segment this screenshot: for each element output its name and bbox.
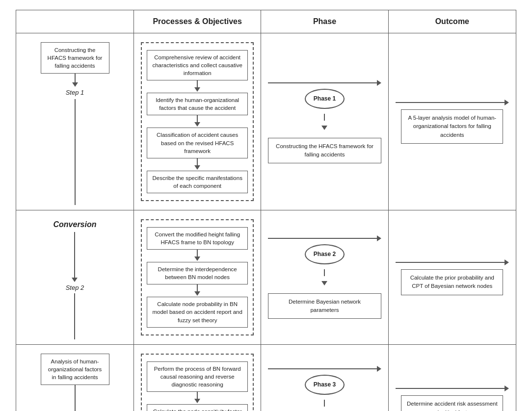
row1-outcome-arrow bbox=[396, 100, 509, 105]
row1-down-arrow bbox=[72, 82, 78, 87]
header-phase: Phase bbox=[261, 10, 388, 33]
row2-process-inner: Convert the modified height falling HFAC… bbox=[147, 227, 248, 328]
row2-proc-box2: Determine the interdependence between BN… bbox=[147, 262, 248, 284]
row3-phase-oval: Phase 3 bbox=[305, 375, 345, 395]
row1-phase-arrow-down bbox=[321, 126, 327, 130]
row3-left-inner: Analysis of human-organizational factors… bbox=[41, 350, 109, 411]
row2-outcome-arrow bbox=[396, 259, 509, 265]
row2-proc-arrow1 bbox=[194, 257, 200, 261]
header-outcome: Outcome bbox=[389, 10, 516, 33]
row3-outcome-col: Determine accident risk assessment and c… bbox=[389, 345, 516, 411]
row3-phase-inner: Phase 3 Perform Bayesian network reasoni… bbox=[268, 366, 381, 411]
row1-proc-arrow3 bbox=[194, 165, 200, 170]
row1-proc-box3: Classification of accident causes based … bbox=[147, 128, 248, 158]
row2: Conversion Step 2 Convert the modified h… bbox=[16, 210, 516, 345]
row1-proc-arrow1 bbox=[194, 87, 200, 92]
row2-phase-arrow-down bbox=[321, 281, 327, 285]
row2-phase-col: Phase 2 Determine Bayesian network param… bbox=[261, 210, 388, 344]
row3-outcome-arrow bbox=[396, 385, 509, 391]
row2-conversion-label: Conversion bbox=[53, 220, 96, 229]
diagram: Processes & Objectives Phase Outcome Con… bbox=[16, 10, 516, 411]
row3-outcome-box: Determine accident risk assessment and c… bbox=[401, 395, 503, 411]
row2-horiz-arrow bbox=[268, 235, 381, 241]
row1-phase-desc: Constructing the HFACS framework for fal… bbox=[268, 138, 381, 164]
row3-processes-col: Perform the process of BN forward causal… bbox=[134, 345, 261, 411]
row3-phase-col: Phase 3 Perform Bayesian network reasoni… bbox=[261, 345, 388, 411]
row1: Constructing the HFACS framework for fal… bbox=[16, 33, 516, 210]
row2-outcome-col: Calculate the prior probability and CPT … bbox=[389, 210, 516, 344]
row2-step-label: Step 2 bbox=[66, 284, 84, 291]
header-processes: Processes & Objectives bbox=[134, 10, 261, 33]
row2-left-col: Conversion Step 2 bbox=[16, 210, 134, 344]
row1-phase-inner: Phase 1 Constructing the HFACS framework… bbox=[268, 80, 381, 163]
row3-horiz-arrow bbox=[268, 366, 381, 372]
row2-proc-box3: Calculate node probability in BN model b… bbox=[147, 297, 248, 327]
row1-phase-oval: Phase 1 bbox=[305, 89, 345, 109]
row2-proc-box1: Convert the modified height falling HFAC… bbox=[147, 227, 248, 250]
row3-dashed-box: Perform the process of BN forward causal… bbox=[141, 354, 254, 411]
row1-proc-box4: Describe the specific manifestations of … bbox=[147, 171, 248, 193]
row2-processes-col: Convert the modified height falling HFAC… bbox=[134, 210, 261, 344]
row3: Analysis of human-organizational factors… bbox=[16, 345, 516, 411]
row3-left-box: Analysis of human-organizational factors… bbox=[41, 354, 109, 385]
row1-left-inner: Constructing the HFACS framework for fal… bbox=[41, 38, 109, 205]
row1-proc-arrow2 bbox=[194, 122, 200, 127]
row1-step-label: Step 1 bbox=[66, 89, 84, 96]
row3-proc-box1: Perform the process of BN forward causal… bbox=[147, 361, 248, 392]
header-empty bbox=[16, 10, 134, 33]
row1-outcome-box: A 5-layer analysis model of human-organi… bbox=[401, 109, 503, 144]
row2-phase-desc: Determine Bayesian network parameters bbox=[268, 293, 381, 319]
row3-proc-arrow1 bbox=[194, 399, 200, 403]
row2-proc-arrow2 bbox=[194, 291, 200, 296]
row2-phase-oval: Phase 2 bbox=[305, 244, 345, 264]
row1-processes-col: Comprehensive review of accident charact… bbox=[134, 33, 261, 210]
row1-proc-box2: Identify the human-organizational factor… bbox=[147, 93, 248, 115]
row1-horiz-arrow bbox=[268, 80, 381, 86]
row1-proc-box1: Comprehensive review of accident charact… bbox=[147, 50, 248, 80]
row2-outcome-box: Calculate the prior probability and CPT … bbox=[401, 269, 503, 295]
row1-outcome-col: A 5-layer analysis model of human-organi… bbox=[389, 33, 516, 210]
header-row: Processes & Objectives Phase Outcome bbox=[16, 10, 516, 33]
row2-phase-inner: Phase 2 Determine Bayesian network param… bbox=[268, 235, 381, 319]
row3-left-col: Analysis of human-organizational factors… bbox=[16, 345, 134, 411]
row2-left-inner: Conversion Step 2 bbox=[53, 215, 96, 339]
row3-proc-box2: Calculate the node sensitivity factor in… bbox=[147, 404, 248, 411]
row1-phase-col: Phase 1 Constructing the HFACS framework… bbox=[261, 33, 388, 210]
row1-dashed-box: Comprehensive review of accident charact… bbox=[141, 42, 254, 201]
row1-left-col: Constructing the HFACS framework for fal… bbox=[16, 33, 134, 210]
row2-dashed-box: Convert the modified height falling HFAC… bbox=[141, 219, 254, 335]
row3-process-inner: Perform the process of BN forward causal… bbox=[147, 361, 248, 411]
row1-process-inner: Comprehensive review of accident charact… bbox=[147, 50, 248, 193]
row2-down-arrow bbox=[72, 278, 78, 282]
row1-left-box: Constructing the HFACS framework for fal… bbox=[41, 42, 109, 74]
